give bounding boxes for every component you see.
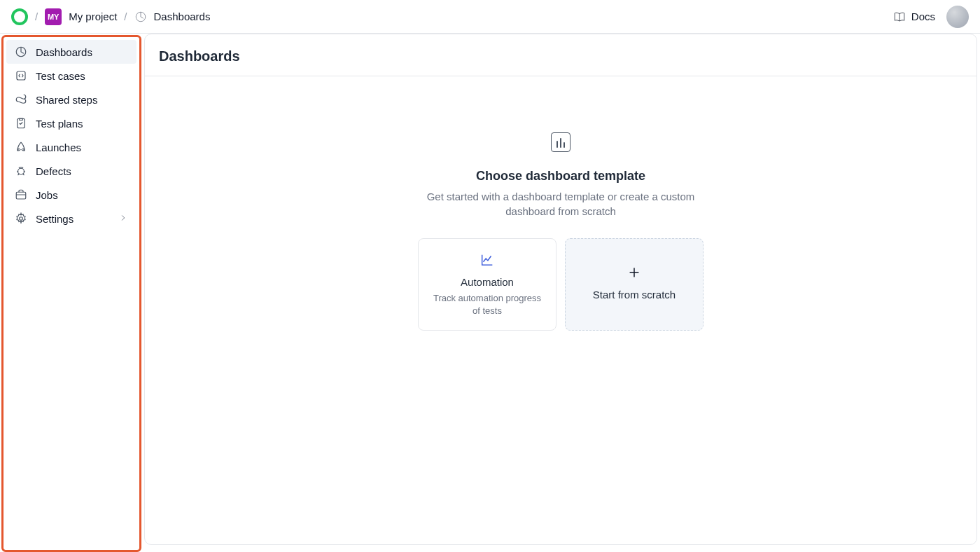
jobs-icon	[15, 188, 27, 201]
card-title: Automation	[461, 276, 514, 288]
sidebar-item-launches[interactable]: Launches	[6, 135, 136, 159]
breadcrumb-separator: /	[35, 11, 38, 22]
sidebar-item-test-plans[interactable]: Test plans	[6, 111, 136, 135]
plus-icon	[626, 265, 642, 280]
user-avatar[interactable]	[946, 6, 969, 28]
sidebar-item-label: Dashboards	[36, 46, 92, 58]
sidebar-item-shared-steps[interactable]: Shared steps	[6, 88, 136, 111]
card-title: Start from scratch	[593, 289, 676, 301]
breadcrumb-separator: /	[124, 11, 127, 22]
layout: Dashboards Test cases Shared steps Test …	[0, 34, 980, 552]
sidebar-item-dashboards[interactable]: Dashboards	[6, 40, 136, 64]
docs-label: Docs	[911, 11, 935, 22]
svg-rect-2	[17, 71, 25, 80]
sidebar-item-label: Shared steps	[36, 94, 97, 106]
empty-title: Choose dashboard template	[476, 169, 645, 184]
project-badge[interactable]: MY	[45, 8, 62, 25]
sidebar-item-label: Settings	[36, 213, 74, 225]
template-card-scratch[interactable]: Start from scratch	[565, 238, 704, 331]
panel-header: Dashboards	[145, 34, 976, 76]
svg-rect-5	[16, 192, 26, 199]
sidebar-item-label: Test cases	[36, 70, 85, 82]
sidebar-item-label: Defects	[36, 165, 71, 177]
dashboards-icon	[15, 46, 27, 58]
empty-state: Choose dashboard template Get started wi…	[145, 76, 976, 331]
book-icon	[893, 11, 906, 23]
sidebar-item-label: Launches	[36, 142, 81, 153]
settings-icon	[15, 212, 27, 225]
line-chart-icon	[479, 252, 495, 268]
chart-icon	[551, 132, 570, 152]
dashboards-crumb-icon	[134, 11, 147, 23]
docs-link[interactable]: Docs	[893, 11, 935, 23]
sidebar-item-label: Jobs	[36, 189, 58, 201]
topbar: / MY My project / Dashboards Docs	[0, 0, 980, 34]
page-title: Dashboards	[159, 48, 962, 64]
sidebar-item-test-cases[interactable]: Test cases	[6, 64, 136, 88]
main: Dashboards Choose dashboard template Get…	[141, 34, 980, 552]
test-plans-icon	[15, 117, 27, 130]
sidebar-item-label: Test plans	[36, 118, 83, 130]
shared-steps-icon	[15, 93, 27, 106]
breadcrumb-page[interactable]: Dashboards	[154, 11, 211, 22]
app-logo-icon[interactable]	[11, 8, 28, 25]
template-card-automation[interactable]: Automation Track automation progress of …	[418, 238, 556, 331]
defects-icon	[15, 165, 27, 177]
template-cards: Automation Track automation progress of …	[418, 238, 704, 331]
card-description: Track automation progress of tests	[430, 292, 545, 317]
chevron-right-icon	[118, 213, 128, 225]
test-cases-icon	[15, 69, 27, 82]
empty-subtitle: Get started with a dashboard template or…	[421, 189, 701, 219]
project-name[interactable]: My project	[69, 11, 117, 22]
sidebar: Dashboards Test cases Shared steps Test …	[1, 35, 141, 552]
sidebar-item-jobs[interactable]: Jobs	[6, 183, 136, 207]
topbar-right: Docs	[893, 6, 969, 28]
sidebar-item-defects[interactable]: Defects	[6, 159, 136, 183]
sidebar-item-settings[interactable]: Settings	[6, 207, 136, 230]
panel: Dashboards Choose dashboard template Get…	[144, 34, 977, 545]
breadcrumb: / MY My project / Dashboards	[11, 8, 210, 25]
svg-point-6	[20, 217, 23, 221]
launches-icon	[15, 141, 27, 153]
